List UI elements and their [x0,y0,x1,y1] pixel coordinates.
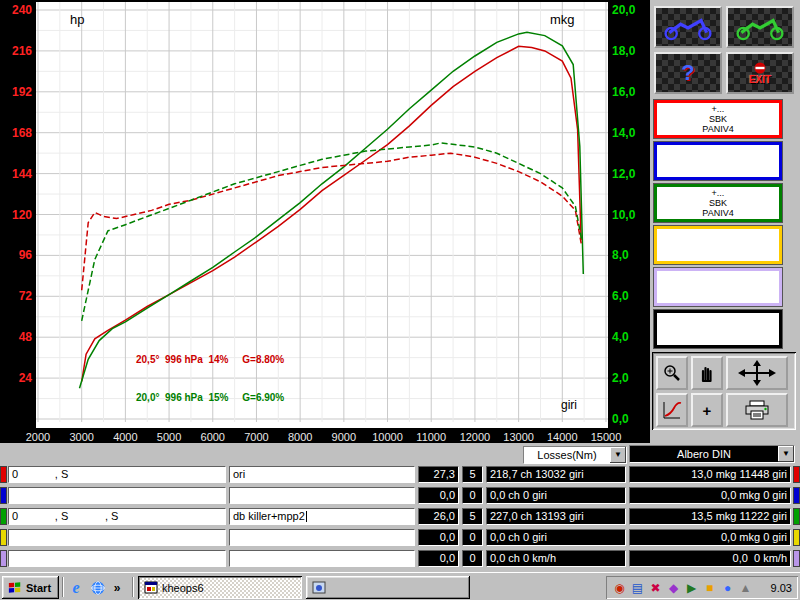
gear-value: 5 [462,508,483,525]
hp-axis-tick: 144 [2,166,32,182]
hp-axis-title: hp [70,12,84,27]
peak-torque-value: 0,0 0 km/h [629,550,791,567]
run-name-field[interactable]: 0 , S [8,466,226,483]
hp-axis-tick: 120 [2,207,32,223]
albero-dropdown[interactable]: Albero DIN ▼ [629,445,795,463]
run-desc-field[interactable] [229,550,415,567]
curve-slot-3[interactable]: +... SBK PANIV4 [654,184,782,222]
curve-slot-6[interactable] [654,310,782,348]
print-button[interactable] [726,393,788,427]
app-window: hp mkg giri 20,5° 996 hPa 14% G=8.80% 20… [0,0,800,600]
chevron-down-icon[interactable]: ▼ [610,447,626,463]
plus-icon: + [703,402,712,419]
run-name-field[interactable] [8,487,226,504]
run-desc-field[interactable] [229,529,415,546]
giri-axis-title: giri [561,398,577,412]
losses-dropdown[interactable]: Losses(Nm) ▼ [523,446,627,464]
curve-slot-1-line2: SBK [709,114,727,124]
curve-slot-5[interactable] [654,268,782,306]
task-button-2[interactable] [306,576,470,599]
curve-slot-1-line3: PANIV4 [702,124,733,134]
mkg-axis-tick: 14,0 [612,125,648,141]
hand-icon [697,363,717,383]
text-cursor [306,511,307,522]
row-color-tab [0,508,7,525]
gear-value: 0 [462,487,483,504]
pan-hand-button[interactable] [691,356,723,390]
curve-slot-3-line3: PANIV4 [702,208,733,218]
rpm-axis-tick: 4000 [105,429,145,445]
rpm-axis-tick: 10000 [368,429,408,445]
task-button-kheops6[interactable]: kheops6 [138,576,302,599]
mkg-axis-tick: 10,0 [612,207,648,223]
tray-icon-1[interactable]: ◉ [612,582,627,594]
temperature-value: 27,3 [418,466,459,483]
magnifier-icon [662,363,682,383]
run-row-5: 0,0 0 0,0 ch 0 km/h 0,0 0 km/h [0,550,800,567]
globe-launcher-icon[interactable] [88,578,108,598]
gear-value: 0 [462,550,483,567]
chart-plot[interactable]: hp mkg giri 20,5° 996 hPa 14% G=8.80% 20… [36,2,608,428]
zoom-button[interactable] [656,356,688,390]
run-desc-field-focused[interactable]: db killer+mpp2 [229,508,415,525]
row-color-tab [0,550,7,567]
four-way-arrow-icon [737,360,777,386]
weather-annotation-green: 20,0° 996 hPa 15% G=6.90% [136,392,284,403]
run-name-field[interactable] [8,529,226,546]
tray-icon-8[interactable]: ▲ [738,582,753,594]
exit-button[interactable]: EXIT [726,52,794,94]
rpm-axis-tick: 6000 [193,429,233,445]
taskbar-divider [132,577,134,597]
tray-icon-5[interactable]: ▶ [684,582,699,594]
peak-torque-value: 0,0 mkg 0 giri [629,487,791,504]
curve-power-ori [82,46,581,381]
rpm-axis-tick: 9000 [324,429,364,445]
curve-tool-button[interactable] [656,393,688,427]
rpm-axis-tick: 2000 [18,429,58,445]
run-name-field[interactable] [8,550,226,567]
tray-icon-4[interactable]: ◆ [666,582,681,594]
hp-axis-tick: 96 [2,247,32,263]
clock[interactable]: 9.03 [771,582,792,594]
quick-launch-overflow-button[interactable]: » [110,578,124,598]
albero-dropdown-value: Albero DIN [630,446,778,462]
start-label: Start [26,582,51,594]
curve-power-dbkiller [80,32,584,388]
move-arrows-button[interactable] [726,356,788,390]
curve-slot-1-line1: +... [712,104,725,114]
ie-glyph: e [72,579,79,597]
run-row-4: 0,0 0 0,0 ch 0 giri 0,0 mkg 0 giri [0,529,800,546]
tray-icon-3[interactable]: ✖ [648,582,663,594]
internet-explorer-icon[interactable]: e [66,578,86,598]
tray-icon-7[interactable]: ● [720,582,735,594]
peak-torque-value: 13,0 mkg 11448 giri [629,466,791,483]
start-button[interactable]: Start [2,576,59,599]
mkg-axis-tick: 12,0 [612,166,648,182]
help-button[interactable]: ? [654,52,722,94]
hp-axis-tick: 24 [2,370,32,386]
bike-green-button[interactable] [726,6,794,48]
rpm-axis-tick: 8000 [280,429,320,445]
mkg-axis-tick: 20,0 [612,2,648,18]
temperature-value: 0,0 [418,487,459,504]
curve-torque-dbkiller [82,143,582,321]
curve-slot-1[interactable]: +... SBK PANIV4 [654,100,782,138]
curve-slot-4[interactable] [654,226,782,264]
tray-icon-2[interactable]: ▤ [630,582,645,594]
tray-icon-6[interactable]: ■ [702,582,717,594]
run-desc-field[interactable]: ori [229,466,415,483]
dyno-chart-area: hp mkg giri 20,5° 996 hPa 14% G=8.80% 20… [0,0,650,443]
peak-power-value: 0,0 ch 0 giri [486,487,626,504]
add-button[interactable]: + [691,393,723,427]
bike-blue-button[interactable] [654,6,722,48]
hp-axis-tick: 168 [2,125,32,141]
chevron-down-icon[interactable]: ▼ [778,446,794,462]
curve-slot-2[interactable] [654,142,782,180]
question-mark-icon: ? [681,60,694,86]
chart-canvas [36,2,608,428]
mkg-axis-title: mkg [550,12,575,27]
run-name-field[interactable]: 0 , S , S [8,508,226,525]
weather-annotation-red: 20,5° 996 hPa 14% G=8.80% [136,354,284,365]
run-row-1: 0 , S ori 27,3 5 218,7 ch 13032 giri 13,… [0,466,800,483]
run-desc-field[interactable] [229,487,415,504]
